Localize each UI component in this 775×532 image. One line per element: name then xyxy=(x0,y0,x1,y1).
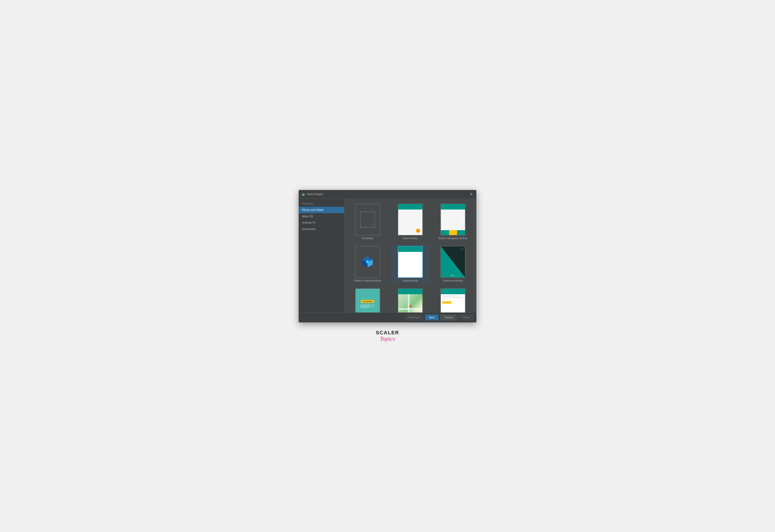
bottom-nav-label: Bottom Navigation Activity xyxy=(439,237,467,240)
menu-icon-5: ⋮ xyxy=(461,290,464,293)
bottom-nav-bar xyxy=(441,230,465,235)
sidebar-item-android-tv[interactable]: Android TV xyxy=(299,220,344,226)
dialog-footer: Previous Next Cancel Finish xyxy=(299,312,476,322)
sidebar-item-wear-os[interactable]: Wear OS xyxy=(299,213,344,220)
template-no-activity[interactable]: No Activity xyxy=(348,202,387,241)
dialog-wrapper: New Project ✕ Templates Phone and Tablet… xyxy=(299,190,476,342)
fullscreen-expand-icon: ⛶ xyxy=(461,248,463,250)
no-activity-preview xyxy=(355,204,380,235)
svg-line-4 xyxy=(303,193,303,193)
template-empty-activity[interactable]: ← Empty Activity xyxy=(391,245,430,283)
ad-banner-label: InterstitialAd xyxy=(361,300,374,303)
back-icon-2: ← xyxy=(442,205,444,208)
login-button-preview xyxy=(442,301,451,304)
back-icon-4: ← xyxy=(400,290,402,293)
scaler-bold-text: SCALER xyxy=(376,330,399,335)
empty-activity-preview: ← xyxy=(398,246,423,278)
sidebar: Templates Phone and Tablet Wear OS Andro… xyxy=(299,199,344,312)
new-project-dialog: New Project ✕ Templates Phone and Tablet… xyxy=(299,190,476,322)
compose-cube-icon xyxy=(361,256,374,268)
fab-icon xyxy=(416,229,420,233)
empty-compose-label: Empty Compose Activity xyxy=(354,279,381,282)
ad-line-1 xyxy=(360,305,375,305)
menu-icon: ⋮ xyxy=(419,205,421,208)
template-basic-activity[interactable]: ← ⋮ Basic Activity xyxy=(391,202,430,241)
close-button[interactable]: ✕ xyxy=(469,192,473,197)
login-line-1 xyxy=(442,296,457,296)
svg-rect-1 xyxy=(302,194,305,196)
scaler-script-text: Topics xyxy=(376,336,399,342)
login-preview-wrap: ← ⋮ ★ ★ xyxy=(440,288,465,312)
no-activity-label: No Activity xyxy=(362,237,373,240)
cancel-button[interactable]: Cancel xyxy=(440,315,457,320)
empty-activity-label: Empty Activity xyxy=(403,279,418,282)
sidebar-item-automotive[interactable]: Automotive xyxy=(299,226,344,232)
fullscreen-diagonal-icon xyxy=(441,246,465,277)
fullscreen-back-icon: ← xyxy=(443,248,445,250)
interstitial-preview: InterstitialAd xyxy=(355,288,380,312)
templates-grid: No Activity ← ⋮ xyxy=(348,202,472,312)
android-icon xyxy=(302,192,305,196)
fullscreen-preview-wrap: ← ⛶ xyxy=(440,246,465,278)
svg-point-2 xyxy=(303,194,303,195)
dashed-placeholder xyxy=(360,212,375,228)
back-icon-5: ← xyxy=(442,290,444,293)
sidebar-section-label: Templates xyxy=(299,201,344,207)
title-bar-left: New Project xyxy=(302,192,323,196)
basic-activity-label: Basic Activity xyxy=(403,237,418,240)
basic-activity-preview: ← ⋮ xyxy=(398,204,423,235)
finish-button[interactable]: Finish xyxy=(458,315,473,320)
login-stars: ★ ★ ★ ★ ★ xyxy=(442,298,464,300)
previous-button[interactable]: Previous xyxy=(405,315,423,320)
template-login[interactable]: ← ⋮ ★ ★ xyxy=(434,287,472,312)
ad-line-4 xyxy=(360,307,369,308)
template-bottom-nav[interactable]: ← ⋮ Bottom Naviga xyxy=(434,202,472,241)
svg-point-3 xyxy=(304,194,304,195)
login-line-2 xyxy=(442,297,464,297)
map-road-v xyxy=(408,294,410,312)
next-button[interactable]: Next xyxy=(425,315,439,320)
back-icon: ← xyxy=(400,205,402,208)
dialog-title: New Project xyxy=(307,192,323,196)
template-interstitial[interactable]: InterstitialAd Interstitial Ad xyxy=(348,287,387,312)
svg-marker-13 xyxy=(441,246,465,277)
template-google-maps[interactable]: ← ⋮ 📍 xyxy=(391,287,430,312)
google-maps-preview: ← ⋮ 📍 xyxy=(398,288,423,312)
dialog-body: Templates Phone and Tablet Wear OS Andro… xyxy=(299,199,476,312)
ad-line-3 xyxy=(360,307,375,307)
ad-line-2 xyxy=(360,306,369,306)
templates-main: No Activity ← ⋮ xyxy=(344,199,476,312)
template-empty-compose[interactable]: Empty Compose Activity xyxy=(348,245,387,283)
scaler-logo: SCALER Topics xyxy=(376,330,399,342)
svg-line-5 xyxy=(304,193,305,193)
fullscreen-label: Fullscreen Activity xyxy=(443,279,463,282)
login-form: ★ ★ ★ ★ ★ xyxy=(441,294,465,312)
bottom-nav-preview: ← ⋮ xyxy=(440,204,465,235)
sidebar-item-phone-tablet[interactable]: Phone and Tablet xyxy=(299,207,344,213)
template-fullscreen[interactable]: ← ⛶ Fullscreen Activity xyxy=(434,245,472,283)
empty-compose-preview xyxy=(355,246,380,278)
ad-lines xyxy=(360,304,375,308)
map-road-h xyxy=(398,308,422,310)
back-icon-3: ← xyxy=(400,248,402,250)
menu-icon-2: ⋮ xyxy=(461,205,464,208)
menu-icon-4: ⋮ xyxy=(419,290,421,293)
svg-point-12 xyxy=(367,261,369,263)
title-bar: New Project ✕ xyxy=(299,190,476,199)
